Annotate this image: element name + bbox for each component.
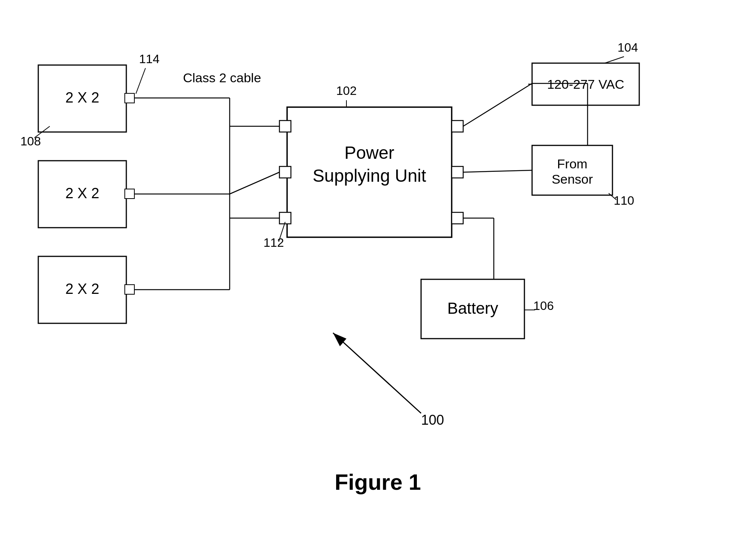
wire-psu-sensor xyxy=(463,170,532,172)
psu-connector-top xyxy=(279,121,291,132)
ref-114: 114 xyxy=(139,52,159,66)
cable-label: Class 2 cable xyxy=(183,70,261,85)
fixture1-connector xyxy=(125,93,134,103)
ref-106: 106 xyxy=(533,299,554,313)
fixture2-label: 2 X 2 xyxy=(65,185,100,201)
fixture3-connector xyxy=(125,285,134,294)
fixture1-label: 2 X 2 xyxy=(65,90,100,106)
fixture2-connector xyxy=(125,189,134,199)
ref-110: 110 xyxy=(614,194,634,207)
svg-line-5 xyxy=(136,68,145,94)
sensor-label-line1: From xyxy=(557,156,587,171)
ref-100: 100 xyxy=(421,412,444,428)
figure-title: Figure 1 xyxy=(335,469,421,494)
svg-line-7 xyxy=(605,57,624,63)
ref-112: 112 xyxy=(263,236,284,249)
psu-label-line1: Power xyxy=(345,143,394,163)
ref-104: 104 xyxy=(617,41,638,54)
wire-psu-vac xyxy=(463,83,532,126)
psu-connector-right-top xyxy=(452,121,463,132)
battery-label: Battery xyxy=(447,299,498,317)
psu-label-line2: Supplying Unit xyxy=(313,166,426,186)
wire-bus-psu-mid xyxy=(230,172,279,194)
ref-108: 108 xyxy=(20,134,41,148)
ref-100-line xyxy=(333,333,421,413)
vac-label: 120-277 VAC xyxy=(547,77,624,91)
psu-connector-right-bot xyxy=(452,212,463,224)
psu-connector-right-mid xyxy=(452,166,463,178)
fixture3-label: 2 X 2 xyxy=(65,281,100,297)
diagram-container: 2 X 2 2 X 2 2 X 2 Power Supplying Unit 1… xyxy=(0,0,756,533)
sensor-label-line2: Sensor xyxy=(552,172,593,186)
ref-102: 102 xyxy=(336,84,356,98)
psu-connector-mid xyxy=(279,166,291,178)
ref-100-arrowhead xyxy=(333,333,346,346)
